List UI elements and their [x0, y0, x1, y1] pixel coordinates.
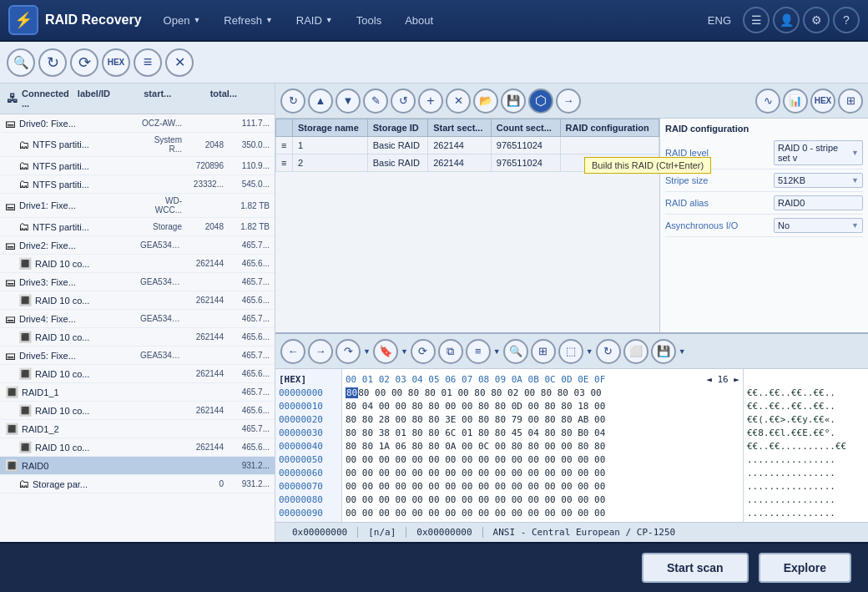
- raid-down-btn[interactable]: ▼: [336, 89, 361, 114]
- tree-item-ntfs1[interactable]: 🗂 NTFS partiti... System R... 2048 350.0…: [0, 133, 275, 157]
- tree-item-ntfs2[interactable]: 🗂 NTFS partiti... 720896 110.9...: [0, 157, 275, 175]
- menu-refresh[interactable]: Refresh ▼: [214, 9, 282, 32]
- close-button[interactable]: ✕: [165, 48, 194, 77]
- hex-byte-row[interactable]: 80 80 00 00 80 80 01 00 80 80 02 00 80 8…: [346, 386, 739, 399]
- tree-item-label: GEA534R...: [140, 277, 182, 286]
- tree-item-storage_par[interactable]: 🗂 Storage par... 0 931.2...: [0, 475, 275, 493]
- hex-copy-btn[interactable]: ⬚: [558, 339, 583, 364]
- tree-item-raid10_2[interactable]: 🔳 RAID 10 co... 262144 465.6...: [0, 291, 275, 310]
- raid-table-row[interactable]: ≡ 2 Basic RAID 262144 976511024: [276, 154, 659, 172]
- prop-value[interactable]: RAID0: [774, 195, 863, 210]
- tree-item-drive5[interactable]: 🖴 Drive5: Fixe... GEA534R... 465.7...: [0, 347, 275, 365]
- tree-item-raid0[interactable]: 🔳 RAID0 931.2...: [0, 457, 275, 475]
- tree-item-raid10_3[interactable]: 🔳 RAID 10 co... 262144 465.6...: [0, 328, 275, 347]
- hex-raid-btn[interactable]: HEX: [810, 89, 835, 114]
- prop-dropdown-arrow[interactable]: ▼: [851, 221, 859, 230]
- hex-byte-row[interactable]: 00 00 00 00 00 00 00 00 00 00 00 00 00 0…: [346, 466, 739, 479]
- tree-item-drive2[interactable]: 🖴 Drive2: Fixe... GEA534R... 465.7...: [0, 236, 275, 255]
- hex-bookmark-btn[interactable]: 🔖: [373, 339, 398, 364]
- hex-save-btn[interactable]: 💾: [651, 339, 676, 364]
- search-button[interactable]: 🔍: [7, 48, 35, 77]
- start-scan-button[interactable]: Start scan: [642, 553, 749, 583]
- raid-refresh-btn[interactable]: ↻: [280, 89, 305, 114]
- raid-remove-btn[interactable]: ✕: [446, 89, 471, 114]
- hex-ascii-row: €€..€€..........€€: [747, 439, 865, 453]
- raid-undo-btn[interactable]: ↺: [391, 89, 416, 114]
- tree-item-ntfs4[interactable]: 🗂 NTFS partiti... Storage 2048 1.82 TB: [0, 218, 275, 236]
- goto-bookmark-arrow[interactable]: ▼: [363, 347, 371, 356]
- list-mode-button[interactable]: ≡: [134, 48, 162, 77]
- tree-item-ntfs3[interactable]: 🗂 NTFS partiti... 23332... 545.0...: [0, 175, 275, 194]
- raid-up-btn[interactable]: ▲: [308, 89, 333, 114]
- hex-byte-row[interactable]: 00 00 00 00 00 00 00 00 00 00 00 00 00 0…: [346, 493, 739, 506]
- prop-dropdown-arrow[interactable]: ▼: [851, 149, 859, 157]
- row-start-sect: 262144: [428, 154, 492, 172]
- tree-item-icon: 🖴: [5, 349, 16, 362]
- hex-mode-button[interactable]: HEX: [102, 48, 130, 77]
- help-button[interactable]: ?: [833, 7, 860, 33]
- hex-byte-row[interactable]: 00 00 00 00 00 00 00 00 00 00 00 00 00 0…: [346, 479, 739, 493]
- hex-ascii-row: €€..€€..€€..€€..: [747, 399, 865, 412]
- tree-item-raid10_6[interactable]: 🔳 RAID 10 co... 262144 465.6...: [0, 438, 275, 457]
- hex-goto-bookmark-btn[interactable]: ↷: [336, 339, 361, 364]
- tree-item-raid10_4[interactable]: 🔳 RAID 10 co... 262144 465.6...: [0, 365, 275, 383]
- hex-list-arrow[interactable]: ▼: [493, 347, 501, 356]
- tree-item-label: System R...: [140, 135, 182, 154]
- raid-table-row[interactable]: ≡ 1 Basic RAID 262144 976511024: [276, 137, 659, 154]
- raid-edit-btn[interactable]: ✎: [363, 89, 388, 114]
- recover-button[interactable]: ⟳: [70, 48, 98, 77]
- menu-open[interactable]: Open ▼: [154, 9, 211, 32]
- hex-forward-btn[interactable]: →: [308, 339, 333, 364]
- user-button[interactable]: 👤: [773, 7, 800, 33]
- hex-byte-row[interactable]: 00 00 00 00 00 00 00 00 00 00 00 00 00 0…: [346, 453, 739, 466]
- settings-button[interactable]: ⚙: [803, 7, 830, 33]
- hex-byte-row[interactable]: 80 80 1A 06 80 80 0A 00 0C 00 80 80 00 0…: [346, 439, 739, 453]
- hex-pane-btn[interactable]: ⬜: [623, 339, 648, 364]
- tree-item-drive4[interactable]: 🖴 Drive4: Fixe... GEA534R... 465.7...: [0, 310, 275, 328]
- tree-item-icon: 🗂: [18, 159, 29, 172]
- menu-about[interactable]: About: [395, 9, 443, 32]
- bookmark-arrow[interactable]: ▼: [401, 347, 408, 356]
- raid-export-btn[interactable]: →: [556, 89, 581, 114]
- raid-open-btn[interactable]: 📂: [473, 89, 498, 114]
- messages-button[interactable]: ☰: [743, 7, 770, 33]
- grid-btn[interactable]: ⊞: [838, 89, 863, 114]
- raid-config-area: ↻ ▲ ▼ ✎ ↺ + ✕ 📂 💾 ⬡ → ∿ 📊 HEX ⊞: [275, 83, 868, 334]
- right-panel: ↻ ▲ ▼ ✎ ↺ + ✕ 📂 💾 ⬡ → ∿ 📊 HEX ⊞: [275, 83, 868, 542]
- rescan-button[interactable]: ↻: [38, 48, 67, 77]
- prop-value[interactable]: No ▼: [774, 218, 863, 233]
- raid-save-btn[interactable]: 💾: [501, 89, 526, 114]
- raid-build-btn[interactable]: ⬡: [528, 89, 553, 114]
- hex-copy-to-btn[interactable]: ⧉: [438, 339, 463, 364]
- hex-fit-btn[interactable]: ⊞: [531, 339, 556, 364]
- chart-btn[interactable]: 📊: [783, 89, 808, 114]
- tree-item-raid1_1[interactable]: 🔳 RAID1_1 465.7...: [0, 383, 275, 402]
- hex-sync-btn[interactable]: ⟳: [411, 339, 436, 364]
- hex-byte-row[interactable]: 80 04 00 00 80 80 00 00 80 80 0D 00 80 8…: [346, 399, 739, 412]
- tree-item-raid10_1[interactable]: 🔳 RAID 10 co... 262144 465.6...: [0, 255, 275, 273]
- explore-button[interactable]: Explore: [759, 553, 851, 583]
- menu-tools[interactable]: Tools: [346, 9, 391, 32]
- menu-raid[interactable]: RAID ▼: [286, 9, 343, 32]
- hex-save-arrow[interactable]: ▼: [679, 347, 686, 356]
- hex-search-btn[interactable]: 🔍: [503, 339, 528, 364]
- hex-back-btn[interactable]: ←: [280, 339, 305, 364]
- language-selector[interactable]: ENG: [708, 14, 731, 27]
- hex-copy-arrow[interactable]: ▼: [586, 347, 593, 356]
- prop-label: RAID level: [665, 148, 774, 158]
- prop-value[interactable]: RAID 0 - stripe set v ▼: [774, 140, 863, 165]
- prop-value[interactable]: 512KB ▼: [774, 173, 863, 188]
- hex-byte-row[interactable]: 80 80 38 01 80 80 6C 01 80 80 45 04 80 8…: [346, 426, 739, 439]
- hex-byte-row[interactable]: 00 00 00 00 00 00 00 00 00 00 00 00 00 0…: [346, 506, 739, 519]
- tree-item-drive1[interactable]: 🖴 Drive1: Fixe... WD-WCC... 1.82 TB: [0, 194, 275, 218]
- tree-item-raid1_2[interactable]: 🔳 RAID1_2 465.7...: [0, 420, 275, 438]
- waveform-btn[interactable]: ∿: [755, 89, 780, 114]
- tree-item-drive3[interactable]: 🖴 Drive3: Fixe... GEA534R... 465.7...: [0, 273, 275, 291]
- hex-refresh-btn[interactable]: ↻: [596, 339, 621, 364]
- prop-dropdown-arrow[interactable]: ▼: [851, 176, 859, 185]
- raid-add-btn[interactable]: +: [418, 89, 443, 114]
- hex-byte-row[interactable]: 80 80 28 00 80 80 3E 00 80 80 79 00 80 8…: [346, 412, 739, 426]
- tree-item-drive0[interactable]: 🖴 Drive0: Fixe... OCZ-AW... 111.7...: [0, 114, 275, 133]
- tree-item-raid10_5[interactable]: 🔳 RAID 10 co... 262144 465.6...: [0, 402, 275, 420]
- hex-list-btn[interactable]: ≡: [466, 339, 491, 364]
